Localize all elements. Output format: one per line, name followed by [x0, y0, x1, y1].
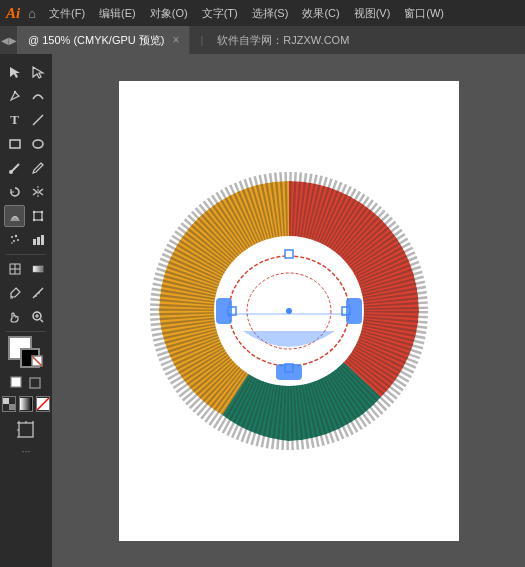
paintbrush-tool[interactable] — [4, 157, 25, 179]
toolbar: T — [0, 54, 52, 567]
stroke-box[interactable] — [29, 377, 43, 391]
menu-window[interactable]: 窗口(W) — [399, 4, 449, 23]
more-tools[interactable]: ··· — [0, 442, 52, 460]
tab-title: @ 150% (CMYK/GPU 预览) — [28, 33, 164, 48]
symbol-tool[interactable] — [4, 229, 25, 251]
svg-rect-18 — [41, 235, 44, 245]
svg-rect-33 — [11, 377, 21, 387]
svg-point-14 — [17, 239, 19, 241]
toolbar-separator-1 — [6, 254, 46, 255]
svg-point-3 — [33, 140, 43, 148]
none-mode-icon[interactable] — [36, 396, 50, 412]
svg-rect-17 — [37, 237, 40, 245]
svg-rect-59 — [276, 364, 302, 380]
svg-line-28 — [40, 320, 43, 323]
direct-select-tool[interactable] — [27, 61, 48, 83]
warp-tool[interactable] — [4, 205, 25, 227]
selection-overlay — [224, 246, 354, 376]
main-area: T — [0, 54, 525, 567]
tab-bar: ◀▶ @ 150% (CMYK/GPU 预览) × | 软件自学网：RJZXW.… — [0, 26, 525, 54]
svg-rect-22 — [33, 266, 43, 272]
svg-point-11 — [11, 236, 13, 238]
svg-point-0 — [13, 91, 15, 93]
menu-text[interactable]: 文字(T) — [197, 4, 243, 23]
eyedropper-tool[interactable] — [4, 282, 25, 304]
svg-rect-16 — [33, 239, 36, 245]
background-color[interactable] — [20, 348, 40, 368]
donut-chart[interactable] — [149, 171, 429, 451]
measure-tool[interactable] — [27, 282, 48, 304]
svg-rect-35 — [3, 398, 9, 404]
svg-rect-58 — [346, 298, 362, 324]
rotate-tool[interactable] — [4, 181, 25, 203]
home-icon[interactable]: ⌂ — [28, 6, 36, 21]
active-tab[interactable]: @ 150% (CMYK/GPU 预览) × — [18, 26, 190, 54]
curvature-tool[interactable] — [27, 85, 48, 107]
gradient-mode-icon[interactable] — [19, 396, 33, 412]
pencil-tool[interactable] — [27, 157, 48, 179]
fill-box[interactable] — [10, 376, 26, 392]
artboard-tool[interactable] — [15, 419, 37, 441]
fill-stroke-area — [0, 374, 52, 394]
ai-logo: Ai — [6, 5, 20, 22]
svg-point-7 — [32, 211, 34, 213]
menu-select[interactable]: 选择(S) — [247, 4, 294, 23]
menu-bar: Ai ⌂ 文件(F) 编辑(E) 对象(O) 文字(T) 选择(S) 效果(C)… — [0, 0, 525, 26]
svg-rect-40 — [19, 423, 33, 437]
svg-rect-57 — [216, 298, 232, 324]
tab-close-button[interactable]: × — [172, 33, 179, 47]
menu-object[interactable]: 对象(O) — [145, 4, 193, 23]
column-graph-tool[interactable] — [27, 229, 48, 251]
pen-tool[interactable] — [4, 85, 25, 107]
toolbar-separator-2 — [6, 331, 46, 332]
selection-svg — [224, 246, 354, 376]
canvas-area[interactable] — [52, 54, 525, 567]
svg-rect-6 — [34, 212, 42, 220]
menu-edit[interactable]: 编辑(E) — [94, 4, 141, 23]
menu-file[interactable]: 文件(F) — [44, 4, 90, 23]
zoom-tool[interactable] — [27, 306, 48, 328]
artboard — [119, 81, 459, 541]
svg-rect-23 — [10, 296, 13, 299]
hand-tool[interactable] — [4, 306, 25, 328]
gradient-tool[interactable] — [27, 258, 48, 280]
svg-point-10 — [40, 219, 42, 221]
svg-point-13 — [13, 240, 15, 242]
svg-rect-2 — [10, 140, 20, 148]
svg-rect-34 — [30, 378, 40, 388]
svg-point-4 — [9, 170, 13, 174]
free-transform-tool[interactable] — [27, 205, 48, 227]
svg-rect-53 — [285, 250, 293, 258]
type-tool[interactable]: T — [4, 109, 25, 131]
color-mode-icons — [0, 394, 52, 414]
menu-view[interactable]: 视图(V) — [349, 4, 396, 23]
svg-point-9 — [32, 219, 34, 221]
rect-tool[interactable] — [4, 133, 25, 155]
select-tool[interactable] — [4, 61, 25, 83]
reflect-tool[interactable] — [27, 181, 48, 203]
line-tool[interactable] — [27, 109, 48, 131]
svg-point-12 — [14, 235, 16, 237]
svg-rect-37 — [20, 398, 32, 410]
ellipse-tool[interactable] — [27, 133, 48, 155]
color-mode-icon[interactable] — [2, 396, 16, 412]
menu-effect[interactable]: 效果(C) — [297, 4, 344, 23]
tab-scroll-arrow[interactable]: ◀▶ — [0, 26, 18, 54]
svg-line-1 — [33, 115, 43, 125]
tab-separator: | — [200, 34, 203, 46]
svg-point-8 — [40, 211, 42, 213]
svg-point-52 — [286, 308, 292, 314]
tab-website-info: | 软件自学网：RJZXW.COM — [200, 33, 349, 48]
svg-point-15 — [11, 242, 13, 244]
mesh-tool[interactable] — [4, 258, 25, 280]
website-label: 软件自学网：RJZXW.COM — [217, 33, 349, 48]
color-selector[interactable] — [8, 336, 44, 372]
svg-rect-36 — [9, 404, 15, 410]
